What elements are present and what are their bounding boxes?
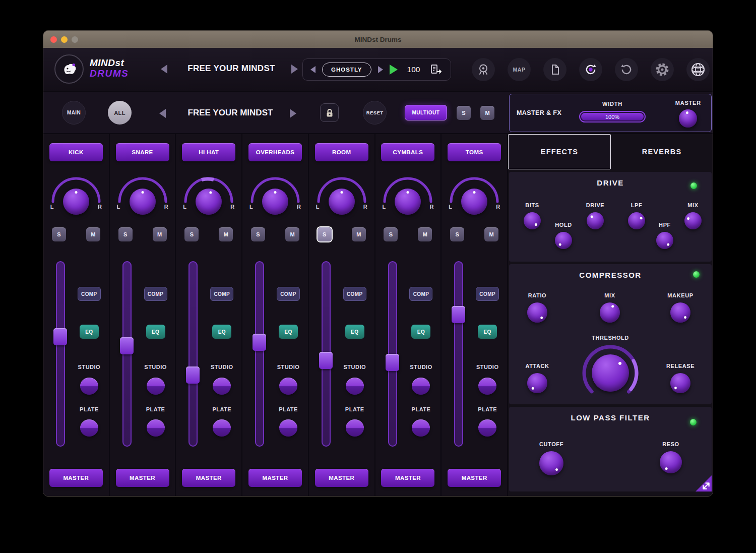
map-button[interactable]: MAP [508,58,531,81]
mute-button[interactable]: M [352,227,366,241]
volume-fader[interactable] [56,261,65,447]
pan-knob[interactable] [196,189,222,215]
comp-button[interactable]: COMP [78,287,101,301]
play-button[interactable] [390,65,398,75]
studio-send-knob[interactable] [346,378,364,395]
plate-send-knob[interactable] [478,419,496,437]
volume-fader[interactable] [454,261,463,447]
low-pass-filter-enable-led[interactable] [690,419,697,425]
pan-knob[interactable] [329,189,355,215]
master-route-button[interactable]: MASTER [116,469,169,487]
plate-send-knob[interactable] [213,419,231,437]
lock-icon[interactable] [320,103,339,122]
mute-button[interactable]: M [418,227,432,241]
solo-button[interactable]: S [384,227,398,241]
drive-mix-knob[interactable] [684,212,702,229]
master-route-button[interactable]: MASTER [49,469,103,487]
master-route-button[interactable]: MASTER [182,469,235,487]
global-mute-button[interactable]: M [480,106,494,120]
master-route-button[interactable]: MASTER [448,469,501,487]
solo-button[interactable]: S [318,227,332,241]
fader-thumb[interactable] [120,337,134,354]
pan-knob[interactable] [461,189,487,215]
kit-select[interactable]: GHOSTLY [322,63,371,77]
compressor-mix-knob[interactable] [600,302,620,323]
file-icon[interactable] [543,58,566,81]
volume-fader[interactable] [188,261,198,447]
comp-button[interactable]: COMP [144,287,167,301]
eq-button[interactable]: EQ [146,325,165,339]
channel-name-button[interactable]: HI HAT [182,143,235,161]
drive-drive-knob[interactable] [587,212,604,229]
channel-name-button[interactable]: CYMBALS [381,143,434,161]
mute-button[interactable]: M [153,227,167,241]
drive-bits-knob[interactable] [524,212,541,229]
main-button[interactable]: MAIN [62,101,86,125]
compressor-ratio-knob[interactable] [527,302,547,323]
compressor-makeup-knob[interactable] [670,302,690,323]
master-volume-knob[interactable] [679,109,697,128]
compressor-release-knob[interactable] [670,373,690,393]
master-route-button[interactable]: MASTER [381,469,434,487]
reset-button[interactable]: RESET [363,101,387,125]
comp-button[interactable]: COMP [409,287,432,301]
all-button[interactable]: ALL [108,101,132,125]
master-route-button[interactable]: MASTER [248,469,302,487]
pattern-sphere-icon[interactable] [686,58,710,81]
eq-button[interactable]: EQ [345,325,364,339]
master-route-button[interactable]: MASTER [315,469,368,487]
volume-fader[interactable] [322,261,331,447]
studio-send-knob[interactable] [279,378,297,395]
solo-button[interactable]: S [251,227,265,241]
comp-button[interactable]: COMP [343,287,366,301]
eq-button[interactable]: EQ [80,325,99,339]
plate-send-knob[interactable] [147,419,165,437]
toolbar-preset-next-icon[interactable] [290,109,296,118]
mute-button[interactable]: M [285,227,299,241]
tab-effects[interactable]: EFFECTS [508,134,611,169]
kit-prev-icon[interactable] [310,66,316,73]
mute-button[interactable]: M [484,227,498,241]
redo-icon[interactable] [615,58,638,81]
minimize-button[interactable] [61,36,68,43]
preset-prev-icon[interactable] [161,65,167,74]
channel-name-button[interactable]: OVERHEADS [248,143,302,161]
studio-send-knob[interactable] [213,378,231,395]
pan-knob[interactable] [262,189,288,215]
eq-button[interactable]: EQ [478,325,497,339]
compressor-threshold-knob[interactable] [592,354,629,392]
kit-next-icon[interactable] [378,66,383,73]
zoom-button[interactable] [72,36,78,43]
studio-send-knob[interactable] [147,378,165,395]
comp-button[interactable]: COMP [476,287,499,301]
volume-fader[interactable] [122,261,132,447]
compressor-attack-knob[interactable] [527,373,547,393]
width-slider[interactable]: 100% [579,111,646,122]
studio-send-knob[interactable] [80,378,98,395]
drive-lpf-knob[interactable] [628,212,645,229]
mute-button[interactable]: M [86,227,100,241]
mute-button[interactable]: M [219,227,233,241]
studio-send-knob[interactable] [412,378,430,395]
gear-icon[interactable] [651,58,674,81]
plate-send-knob[interactable] [346,419,364,437]
plate-send-knob[interactable] [279,419,297,437]
drive-hold-knob[interactable] [555,232,572,249]
plate-send-knob[interactable] [80,419,98,437]
channel-name-button[interactable]: TOMS [448,143,501,161]
channel-name-button[interactable]: KICK [49,143,103,161]
pan-knob[interactable] [63,189,89,215]
pan-knob[interactable] [130,189,156,215]
solo-button[interactable]: S [52,227,66,241]
drive-hpf-knob[interactable] [656,232,673,249]
plate-send-knob[interactable] [412,419,430,437]
channel-name-button[interactable]: ROOM [315,143,368,161]
solo-button[interactable]: S [184,227,199,241]
eq-button[interactable]: EQ [279,325,298,339]
eq-button[interactable]: EQ [212,325,231,339]
solo-button[interactable]: S [118,227,133,241]
fader-thumb[interactable] [452,306,465,323]
lpf-reso-knob[interactable] [660,451,682,473]
solo-button[interactable]: S [450,227,464,241]
undo-icon[interactable] [579,58,602,81]
